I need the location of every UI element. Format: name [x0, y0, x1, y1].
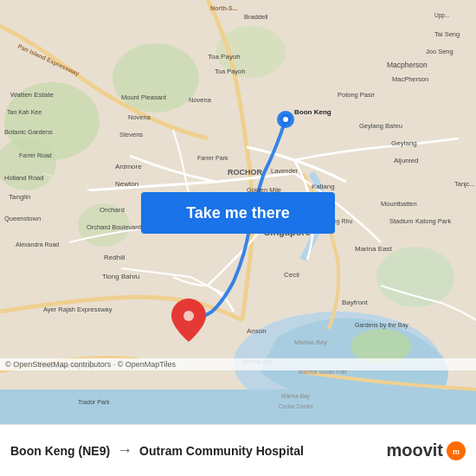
- svg-text:MacPherson: MacPherson: [392, 75, 428, 83]
- svg-text:Tan Kah Kee: Tan Kah Kee: [7, 109, 42, 115]
- svg-text:Tai Seng: Tai Seng: [434, 30, 460, 38]
- route-arrow-icon: →: [117, 441, 132, 460]
- svg-text:Queenstown: Queenstown: [4, 215, 41, 222]
- svg-text:Anson: Anson: [247, 327, 267, 335]
- destination-station: Outram Community Hospital: [139, 444, 304, 458]
- svg-text:Newton: Newton: [115, 180, 138, 188]
- svg-text:Joo Seng: Joo Seng: [426, 48, 453, 55]
- svg-text:Stadium: Stadium: [389, 217, 414, 225]
- svg-text:Bayfront: Bayfront: [342, 299, 369, 306]
- map-container: Pan Island Expressway North-S... Watten …: [0, 0, 476, 424]
- osm-credit: © OpenStreetMap contributors · © OpenMap…: [0, 358, 476, 370]
- svg-text:Redhill: Redhill: [104, 254, 125, 261]
- svg-text:Mount Pleasant: Mount Pleasant: [121, 93, 167, 101]
- svg-point-8: [376, 247, 454, 307]
- svg-text:Cruise Centre: Cruise Centre: [279, 403, 313, 409]
- moovit-logo-dot: m: [447, 441, 466, 460]
- svg-text:Novena: Novena: [189, 96, 212, 104]
- origin-station: Boon Keng (NE9): [10, 444, 110, 458]
- svg-text:Gardens by the Bay: Gardens by the Bay: [355, 322, 408, 329]
- svg-text:Geylang: Geylang: [391, 139, 417, 147]
- svg-point-70: [283, 117, 288, 122]
- svg-text:Toa Payoh: Toa Payoh: [208, 53, 241, 61]
- svg-text:Stevens: Stevens: [119, 131, 143, 138]
- svg-text:Macpherson: Macpherson: [387, 61, 428, 69]
- route-info: Boon Keng (NE9) → Outram Community Hospi…: [10, 441, 386, 460]
- svg-text:Lavender: Lavender: [271, 167, 299, 175]
- svg-text:Katong Park: Katong Park: [415, 217, 452, 225]
- svg-rect-2: [0, 389, 476, 424]
- svg-text:Watten Estate: Watten Estate: [10, 91, 55, 99]
- svg-text:Ayer Rajah Expressway: Ayer Rajah Expressway: [43, 306, 113, 313]
- svg-point-5: [113, 43, 199, 113]
- svg-text:Toa Payoh: Toa Payoh: [215, 68, 245, 75]
- take-me-there-button[interactable]: Take me there: [141, 192, 335, 234]
- svg-text:ROCHOR: ROCHOR: [228, 168, 262, 177]
- svg-text:Farrer Road: Farrer Road: [19, 152, 52, 158]
- svg-text:Geylang Bahru: Geylang Bahru: [359, 122, 402, 130]
- svg-text:Alexandra Road: Alexandra Road: [16, 241, 59, 248]
- svg-text:Tanjc...: Tanjc...: [454, 180, 475, 188]
- svg-text:North-S...: North-S...: [210, 5, 238, 11]
- svg-text:Marina Bay: Marina Bay: [281, 393, 311, 400]
- svg-point-72: [183, 311, 194, 321]
- svg-text:Trador Park: Trador Park: [78, 399, 110, 405]
- svg-text:Orchard: Orchard: [100, 206, 125, 214]
- svg-text:Tiong Bahru: Tiong Bahru: [102, 273, 139, 280]
- svg-text:Orchard Boulevard: Orchard Boulevard: [87, 223, 141, 231]
- svg-text:Cecil: Cecil: [284, 271, 299, 279]
- moovit-logo: moovit m: [386, 441, 466, 460]
- svg-text:Marina Bay: Marina Bay: [294, 338, 327, 346]
- svg-text:Upp...: Upp...: [434, 12, 450, 19]
- svg-text:Holland Road: Holland Road: [4, 174, 43, 182]
- svg-text:Kallang: Kallang: [312, 183, 335, 190]
- svg-text:Tanglin: Tanglin: [9, 193, 30, 201]
- svg-text:Botanic Gardens: Botanic Gardens: [4, 128, 53, 136]
- moovit-text: moovit: [386, 441, 443, 460]
- svg-text:Boon Keng: Boon Keng: [294, 108, 331, 116]
- svg-text:Farrer Park: Farrer Park: [197, 155, 228, 161]
- svg-text:Mountbatten: Mountbatten: [381, 200, 417, 208]
- svg-text:Potong Pasir: Potong Pasir: [338, 91, 375, 99]
- bottom-bar: Boon Keng (NE9) → Outram Community Hospi…: [0, 424, 476, 476]
- svg-text:Braddell: Braddell: [244, 13, 268, 21]
- svg-text:Marina East: Marina East: [355, 245, 392, 253]
- svg-text:Aljunied: Aljunied: [394, 157, 418, 164]
- svg-text:Ardmore: Ardmore: [115, 163, 142, 170]
- svg-text:m: m: [453, 447, 460, 456]
- svg-text:Novena: Novena: [128, 113, 151, 121]
